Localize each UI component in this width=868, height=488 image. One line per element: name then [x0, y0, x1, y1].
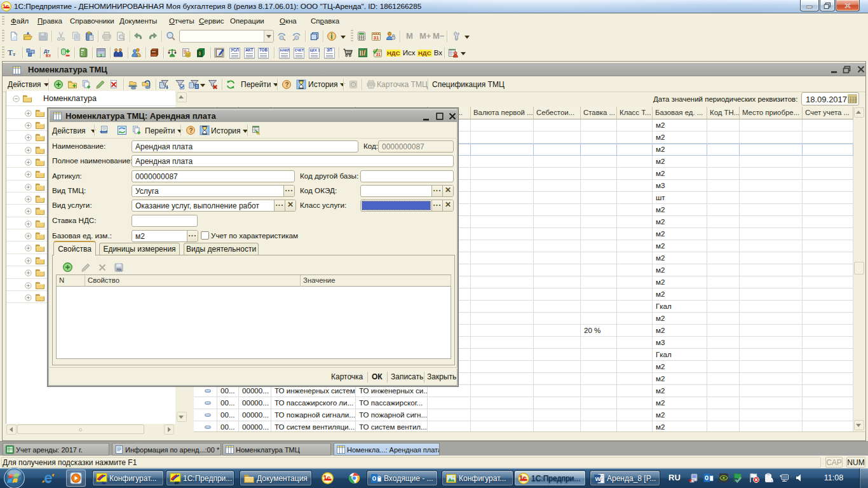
tree-expand-icon[interactable] — [25, 245, 32, 252]
serviceclass-select-button[interactable]: ... — [431, 200, 442, 211]
scales-icon[interactable] — [167, 48, 177, 58]
doc-zp-icon[interactable]: ЗП — [324, 48, 335, 58]
serviceclass-clear-button[interactable]: ✕ — [442, 200, 453, 211]
add-group-icon[interactable] — [67, 79, 78, 90]
characteristics-checkbox[interactable] — [201, 231, 209, 240]
table-scroll-thumb[interactable] — [854, 262, 864, 274]
table-scroll-down-button[interactable] — [854, 420, 864, 430]
filter-check-icon[interactable] — [175, 79, 185, 90]
copy-item-icon2[interactable] — [132, 125, 142, 135]
props-column-N[interactable]: N — [57, 275, 85, 287]
column-header-6[interactable]: Валюта первой ... — [471, 107, 534, 119]
language-indicator[interactable]: RU — [668, 473, 681, 482]
media-player-button[interactable] — [66, 470, 86, 487]
dialog-minimize-button[interactable] — [423, 114, 430, 121]
clock[interactable]: 11:08 — [818, 473, 849, 482]
menu-операции[interactable]: Операции — [230, 17, 264, 25]
taskbar-button[interactable]: Входящие - ... — [367, 470, 438, 486]
tree-scroll-up-button[interactable] — [177, 92, 187, 102]
menu-правка[interactable]: Правка — [37, 17, 62, 25]
add-item-icon[interactable] — [53, 79, 64, 90]
new-document-icon[interactable] — [9, 31, 19, 41]
filter-history-icon[interactable] — [189, 79, 199, 90]
cart-icon[interactable] — [342, 48, 353, 58]
start-button[interactable] — [3, 467, 25, 488]
column-header-13[interactable]: Счет учета ... — [803, 107, 853, 119]
column-header-12[interactable]: Место приобре... — [740, 107, 803, 119]
undo-icon[interactable] — [133, 31, 144, 41]
about-dropdown[interactable] — [341, 36, 346, 39]
doc-akt-icon[interactable]: АКТ — [244, 48, 255, 58]
find-icon[interactable] — [166, 31, 176, 41]
props-column-Значение[interactable]: Значение — [301, 275, 451, 287]
dialog-close-button[interactable] — [449, 112, 456, 120]
tray-clipboard-icon[interactable] — [764, 473, 774, 483]
tray-flag-x-icon[interactable] — [749, 473, 759, 483]
menu-файл[interactable]: Файл — [11, 17, 29, 25]
help-icon[interactable] — [281, 79, 292, 90]
tree-expand-icon[interactable] — [25, 294, 32, 301]
vat-field[interactable] — [132, 215, 198, 227]
tree-expand-icon[interactable] — [25, 171, 32, 178]
chart-accounts-icon[interactable] — [60, 48, 71, 58]
article-field[interactable]: 0000000087 — [132, 170, 295, 182]
calendar-icon[interactable] — [371, 31, 381, 41]
tree-expand-icon[interactable] — [25, 122, 32, 129]
employees-icon[interactable] — [132, 48, 142, 58]
servicekind-clear-button[interactable]: ✕ — [285, 200, 295, 211]
column-header-11[interactable]: Код ТН... — [707, 107, 740, 119]
tab-1[interactable]: Свойства — [53, 241, 96, 255]
property-edit-icon[interactable] — [81, 262, 91, 273]
close-button[interactable] — [836, 0, 860, 11]
props-column-Свойство[interactable]: Свойство — [85, 275, 301, 287]
tree-expand-icon[interactable] — [25, 159, 32, 166]
toolbar-grip[interactable] — [2, 46, 4, 59]
dialog-history-button[interactable]: История — [211, 126, 241, 135]
date-calendar-button[interactable] — [847, 93, 858, 104]
about-icon[interactable] — [327, 31, 337, 41]
tree-expand-icon[interactable] — [25, 233, 32, 240]
tray-network-icon[interactable] — [779, 473, 789, 483]
tree-scroll-left-button[interactable] — [6, 424, 17, 435]
filter-clear-icon[interactable] — [208, 79, 218, 90]
toolbar-grip[interactable] — [351, 30, 353, 43]
tree-expand-icon[interactable] — [25, 269, 32, 276]
doc-schet-icon[interactable]: СЧЕТ — [294, 48, 304, 58]
goto-list-icon[interactable] — [252, 125, 262, 135]
okved-field[interactable]: ...✕ — [360, 185, 454, 197]
menu-справка[interactable]: Справка — [311, 17, 339, 25]
tree-expand-icon[interactable] — [25, 208, 32, 215]
tree-root-item[interactable]: Номенклатура — [6, 91, 175, 106]
dialog-button-записать[interactable]: Записать — [391, 372, 423, 381]
menu-grip[interactable] — [2, 16, 4, 26]
delete-item-icon[interactable] — [109, 79, 119, 90]
doc-tov-icon[interactable]: ТОВ — [258, 48, 269, 58]
tree-expand-icon[interactable] — [25, 196, 32, 203]
tree-horizontal-scrollbar[interactable] — [6, 424, 175, 435]
set-order-icon[interactable] — [128, 79, 138, 90]
dialog-goto-button[interactable]: Перейти — [145, 126, 175, 135]
dialog-titlebar[interactable]: Номенклатура ТМЦ: Арендная плата — [50, 110, 458, 122]
baseunit-select-button[interactable]: ... — [187, 231, 198, 241]
notebook-icon[interactable] — [78, 48, 88, 58]
tree-expand-icon[interactable] — [25, 184, 32, 191]
history-button[interactable]: История — [308, 80, 338, 89]
tray-nvidia-icon[interactable] — [719, 473, 729, 483]
dialog-actions-button-arrow[interactable] — [91, 130, 96, 133]
window-tab-2[interactable]: Информация по аренд...:00 * — [112, 443, 221, 456]
copy-item-icon[interactable] — [81, 79, 92, 90]
taskbar-button[interactable]: 1С:Предпри... — [514, 470, 586, 486]
find-next-icon[interactable] — [277, 31, 287, 41]
menu-отчеты[interactable]: Отчеты — [169, 17, 194, 25]
wrench-icon[interactable] — [452, 31, 463, 41]
write-icon[interactable] — [98, 125, 109, 135]
okved-clear-button[interactable]: ✕ — [442, 186, 453, 196]
open-icon[interactable] — [23, 31, 33, 41]
refresh-icon[interactable] — [226, 79, 236, 90]
tree-expand-icon[interactable] — [25, 110, 32, 117]
taskbar-button[interactable]: Конфигурат... — [442, 470, 513, 486]
kind-field[interactable]: Услуга... — [132, 185, 295, 197]
tab-3[interactable]: Виды деятельности — [184, 243, 259, 255]
fullname-field[interactable]: Арендная плата — [132, 155, 454, 167]
taskbar-button[interactable]: Конфигурат... — [92, 470, 164, 486]
